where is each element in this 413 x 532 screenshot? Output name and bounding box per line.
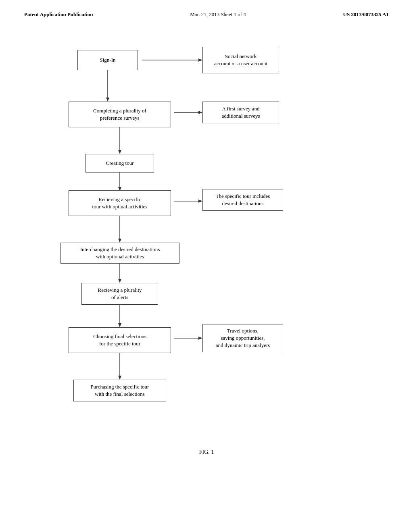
header-right: US 2013/0073325 A1 bbox=[343, 11, 389, 18]
creating-tour-box: Creating tour bbox=[86, 154, 154, 172]
alerts-box: Recieving a plurality of alerts bbox=[81, 283, 158, 305]
figure-label: FIG. 1 bbox=[0, 449, 413, 455]
svg-marker-13 bbox=[118, 239, 121, 243]
first-survey-box: A first survey and additional surveys bbox=[202, 102, 279, 123]
header-left: Patent Application Publication bbox=[24, 11, 93, 18]
header-center: Mar. 21, 2013 Sheet 1 of 4 bbox=[190, 11, 246, 18]
surveys-box: Completing a plurality of preference sur… bbox=[69, 102, 171, 127]
svg-marker-11 bbox=[198, 200, 202, 203]
svg-marker-21 bbox=[118, 376, 121, 380]
svg-marker-5 bbox=[198, 111, 202, 114]
recieving-tour-box: Recieving a specific tour with optinal a… bbox=[69, 190, 171, 216]
page-header: Patent Application Publication Mar. 21, … bbox=[0, 0, 413, 22]
svg-marker-19 bbox=[198, 337, 202, 340]
svg-marker-1 bbox=[198, 58, 202, 62]
interchanging-box: Interchanging the desired destinations w… bbox=[60, 243, 179, 264]
page: Patent Application Publication Mar. 21, … bbox=[0, 0, 413, 532]
travel-options-box: Travel options, saving opportunities, an… bbox=[202, 324, 283, 352]
svg-marker-3 bbox=[106, 98, 109, 102]
svg-marker-7 bbox=[118, 150, 121, 154]
svg-marker-15 bbox=[118, 279, 121, 283]
social-box: Social network account or a user account bbox=[202, 47, 279, 73]
specific-tour-box: The specific tour includes desired desti… bbox=[202, 189, 283, 211]
purchasing-box: Purchasing the specific tour with the fi… bbox=[73, 380, 166, 401]
svg-marker-17 bbox=[118, 323, 121, 327]
diagram-area: Sign-In Social network account or a user… bbox=[49, 38, 364, 441]
choosing-box: Choosing final selections for the specif… bbox=[69, 327, 171, 353]
signin-box: Sign-In bbox=[77, 50, 138, 70]
